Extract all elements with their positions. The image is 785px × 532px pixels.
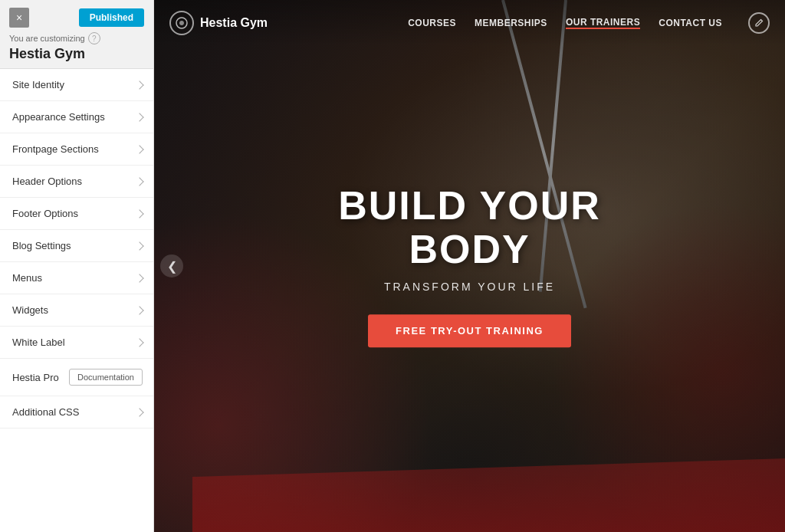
sidebar-item-label: Widgets [12,304,136,316]
sidebar-item-label: White Label [12,337,136,348]
sidebar-item-hestia-pro: Hestia Pro Documentation [0,359,153,396]
sidebar-item-white-label[interactable]: White Label [0,327,153,359]
chevron-right-icon [135,338,143,346]
prev-arrow[interactable]: ❮ [160,255,183,277]
chevron-right-icon [135,306,143,314]
sidebar-item-label: Appearance Settings [12,111,136,123]
published-button[interactable]: Published [79,8,144,27]
customizing-label: You are customizing ? [9,32,144,44]
sidebar-item-site-identity[interactable]: Site Identity [0,69,153,101]
chevron-right-icon [135,241,143,250]
sidebar-item-label: Menus [12,272,136,284]
documentation-button[interactable]: Documentation [69,369,143,386]
sidebar-item-label: Footer Options [12,208,136,219]
nav-links: COURSES MEMBERSHIPS OUR TRAINERS CONTACT… [408,12,770,34]
logo-text: Hestia Gym [200,16,268,30]
sidebar-item-additional-css[interactable]: Additional CSS [0,396,153,429]
chevron-right-icon [135,209,143,218]
hero-content: BUILD YOUR BODY TRANSFORM YOUR LIFE FREE… [278,184,662,347]
panel-header-top: × Published [9,8,144,28]
nav-bar: Hestia Gym COURSES MEMBERSHIPS OUR TRAIN… [154,0,785,46]
site-title: Hestia Gym [9,46,144,62]
sidebar-item-frontpage-sections[interactable]: Frontpage Sections [0,133,153,166]
chevron-right-icon [135,80,143,89]
sidebar-item-label: Site Identity [12,79,136,90]
sidebar-item-blog-settings[interactable]: Blog Settings [0,230,153,262]
close-button[interactable]: × [9,8,29,28]
hero-subtitle: TRANSFORM YOUR LIFE [278,281,662,294]
sidebar-item-label: Additional CSS [12,406,136,418]
chevron-right-icon [135,408,143,416]
sidebar-item-label: Blog Settings [12,240,136,251]
chevron-right-icon [135,274,143,282]
sidebar-item-widgets[interactable]: Widgets [0,294,153,327]
sidebar-item-menus[interactable]: Menus [0,262,153,294]
nav-link-our-trainers[interactable]: OUR TRAINERS [566,17,640,29]
cta-button[interactable]: FREE TRY-OUT TRAINING [368,315,571,348]
preview-area: Hestia Gym COURSES MEMBERSHIPS OUR TRAIN… [154,0,785,532]
nav-link-memberships[interactable]: MEMBERSHIPS [475,18,547,28]
sidebar-item-header-options[interactable]: Header Options [0,166,153,198]
menu-list: Site Identity Appearance Settings Frontp… [0,69,153,532]
chevron-right-icon [135,177,143,186]
nav-link-contact-us[interactable]: CONTACT US [659,18,722,28]
panel-header: × Published You are customizing ? Hestia… [0,0,153,69]
hero-title: BUILD YOUR BODY [278,184,662,271]
help-icon[interactable]: ? [88,32,100,44]
customizer-panel: × Published You are customizing ? Hestia… [0,0,154,532]
sidebar-item-footer-options[interactable]: Footer Options [0,198,153,230]
sidebar-item-appearance-settings[interactable]: Appearance Settings [0,101,153,133]
chevron-right-icon [135,145,143,153]
sidebar-item-label: Header Options [12,176,136,187]
nav-link-courses[interactable]: COURSES [408,18,456,28]
edit-icon[interactable] [748,12,770,34]
sidebar-item-label: Hestia Pro [12,372,69,383]
logo-icon [169,11,194,35]
sidebar-item-label: Frontpage Sections [12,143,136,155]
logo-area: Hestia Gym [169,11,268,35]
chevron-right-icon [135,113,143,121]
